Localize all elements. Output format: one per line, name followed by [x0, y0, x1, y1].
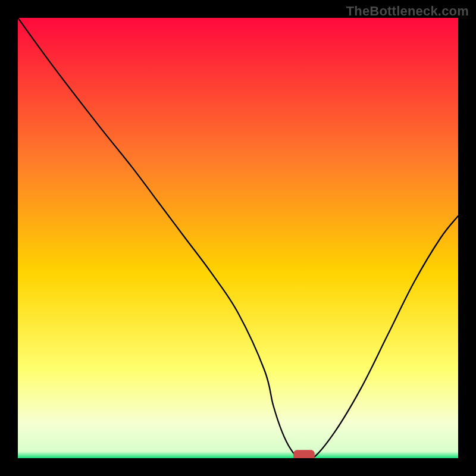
chart-frame: TheBottleneck.com: [0, 0, 476, 476]
optimal-marker: [293, 450, 315, 458]
plot-area: [18, 18, 458, 458]
watermark: TheBottleneck.com: [346, 4, 469, 19]
chart-svg: [18, 18, 458, 458]
gradient-background: [18, 18, 458, 458]
